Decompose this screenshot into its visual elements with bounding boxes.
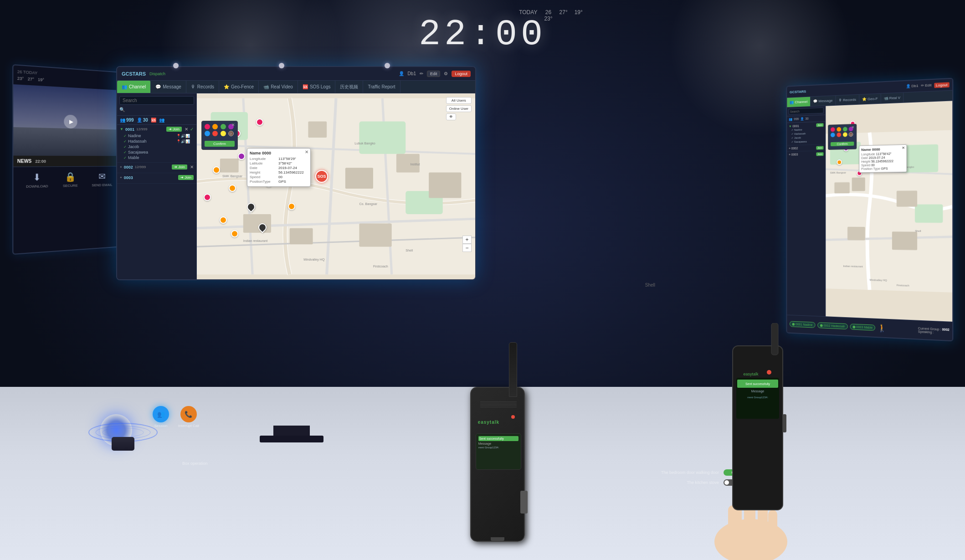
color-red[interactable]	[212, 131, 218, 136]
r-color-block[interactable]: ⊘	[849, 132, 853, 137]
group-item-0003[interactable]: + 0003 ➜ Join	[117, 173, 196, 184]
join-0003-button[interactable]: ➜ Join	[178, 175, 194, 180]
group-item-0002[interactable]: + 0002 12/999 ➜ Join ✕	[117, 163, 196, 173]
join-0002-button[interactable]: ➜ Join	[172, 164, 187, 170]
right-tab-channel[interactable]: 👥 Channel	[787, 97, 811, 108]
all-users-button[interactable]: All Users	[446, 97, 472, 104]
toggle-row-1: The bedroom door walking door	[182, 469, 737, 476]
r-confirm-btn[interactable]: Confirm	[831, 142, 854, 146]
tab-channel[interactable]: 👥 Channel	[117, 81, 151, 93]
r-color-close[interactable]: ✕	[852, 125, 855, 129]
svg-rect-26	[834, 182, 850, 194]
r-color-blue[interactable]	[831, 133, 835, 137]
color-confirm-button[interactable]: Confirm	[205, 141, 235, 147]
color-blue[interactable]	[205, 131, 210, 136]
marker-pink-3[interactable]	[204, 194, 211, 201]
weather-today: TODAY	[519, 9, 537, 22]
marker-orange-2[interactable]	[213, 166, 220, 174]
right-tab-realvideo[interactable]: 📹 Real V	[881, 92, 904, 103]
tab-message[interactable]: 💬 Message	[151, 81, 186, 93]
online-user-button[interactable]: Online User	[446, 105, 472, 112]
group-item-0001[interactable]: ▼ 0001 12/999 ➜ Join ✕ ✓ ✓ Nadine 📍🔊📊 ✓	[117, 125, 196, 163]
join-0001-button[interactable]: ➜ Join	[166, 127, 182, 132]
r-color-yellow[interactable]	[843, 132, 847, 137]
right-search-input[interactable]	[789, 108, 823, 115]
eye-icon-button[interactable]: 👁	[446, 113, 456, 120]
send-email-icon-btn[interactable]: ✉ SEND EMAIL	[92, 171, 112, 187]
right-group-0001[interactable]: ▼ 0001 Join ✓ Nadine ✓ Hadassah ✓ Jacob …	[787, 122, 825, 145]
ptt-button[interactable]	[520, 491, 528, 514]
play-button[interactable]: ▶	[64, 114, 77, 128]
edit-button[interactable]: Edit	[427, 71, 441, 77]
map-area[interactable]: SMK Bangsar Lubuk Bangko Institut Co. Ba…	[197, 93, 475, 279]
tab-soslogs[interactable]: 🆘 SOS Logs	[298, 81, 336, 93]
zoom-in-button[interactable]: +	[462, 236, 472, 244]
color-green[interactable]	[221, 124, 226, 129]
r-status-0002: 0002 Hadassah	[817, 322, 848, 329]
marker-orange-4[interactable]	[220, 216, 227, 224]
tv-news-bar: NEWS 22:00	[13, 156, 123, 167]
interrupt-button[interactable]: 📞	[180, 406, 197, 422]
color-orange[interactable]	[212, 124, 218, 129]
r-color-pink[interactable]	[831, 127, 835, 132]
main-content: 🔍 👥 999 👤 30 🆘 👥	[117, 93, 475, 279]
popup-close-button[interactable]: ✕	[305, 149, 308, 154]
tv-image: ▶	[13, 84, 123, 156]
tab-traffic[interactable]: Traffic Report	[363, 81, 400, 93]
svg-rect-25	[915, 204, 943, 223]
right-map[interactable]: SMK Bangsar Lubuk Bangko Shell Indian re…	[826, 101, 952, 321]
tab-realvideo[interactable]: 📹 Real Video	[259, 81, 298, 93]
logout-button[interactable]: Logout	[452, 71, 471, 77]
right-group-0003[interactable]: + 0003 Join	[787, 151, 825, 158]
marker-orange-6[interactable]	[288, 203, 295, 210]
svg-text:SMK Bangsar: SMK Bangsar	[830, 171, 846, 174]
r-color-orange[interactable]	[837, 127, 841, 132]
svg-rect-27	[852, 178, 865, 191]
hand-svg: easytalk Sent successfully Message rrent…	[692, 323, 806, 560]
color-yellow[interactable]	[221, 131, 226, 136]
search-bar: 🔍	[117, 93, 196, 116]
r-color-red[interactable]	[837, 133, 841, 137]
color-pink[interactable]	[205, 124, 210, 129]
color-picker-close[interactable]: ✕	[231, 123, 235, 127]
session-button[interactable]: 👥	[153, 406, 169, 422]
svg-rect-6	[308, 121, 327, 138]
monitor-lights	[173, 63, 390, 68]
r-popup-close[interactable]: ✕	[902, 146, 905, 150]
device-body: easytalk Sent successfully Message rrent…	[470, 387, 525, 542]
easytalk-device: easytalk Sent successfully Message rrent…	[463, 323, 545, 542]
svg-rect-7	[345, 168, 373, 189]
app-subtitle: Dispatch	[149, 72, 165, 76]
svg-text:easytalk: easytalk	[743, 372, 759, 376]
shell-label: Shell	[645, 283, 655, 288]
color-block[interactable]: ⊘	[228, 131, 234, 136]
tab-geofence[interactable]: ⭐ Geo-Fence	[219, 81, 259, 93]
svg-text:Shell: Shell	[915, 230, 921, 232]
action-buttons: 👥 Session 📞 Interrupt Call	[153, 406, 199, 428]
marker-orange-5[interactable]	[231, 230, 238, 237]
download-icon-btn[interactable]: ⬇ DOWNLOAD	[26, 171, 48, 189]
device-indicator	[511, 415, 515, 419]
svg-rect-30	[892, 231, 917, 250]
sos-count: 🆘	[151, 118, 156, 123]
svg-text:Indian restaurant: Indian restaurant	[243, 239, 267, 243]
light-right	[385, 63, 390, 68]
right-tab-records[interactable]: 🎙 Records	[836, 95, 859, 105]
session-btn-col: 👥 Session	[153, 406, 169, 428]
r-color-green[interactable]	[843, 127, 847, 131]
search-input[interactable]	[119, 96, 194, 105]
marker-purple-1[interactable]	[238, 153, 245, 160]
sos-marker[interactable]: SOS	[315, 170, 328, 183]
right-tab-geofence[interactable]: ⭐ Geo-F	[859, 94, 881, 104]
marker-pink-1[interactable]	[256, 118, 263, 126]
right-logout-btn[interactable]: Logout	[934, 82, 950, 88]
zoom-out-button[interactable]: −	[462, 244, 472, 252]
tab-history[interactable]: 历史视频	[335, 81, 363, 93]
device-antenna	[509, 342, 517, 397]
tab-records[interactable]: 🎙 Records	[186, 81, 219, 93]
zoom-controls: + −	[462, 236, 472, 252]
weather-bar: TODAY 26 23° 27° 19°	[519, 9, 583, 22]
right-tab-message[interactable]: 💬 Message	[811, 96, 836, 106]
marker-orange-3[interactable]	[229, 185, 236, 192]
secure-icon-btn[interactable]: 🔒 SECURE	[63, 171, 78, 188]
